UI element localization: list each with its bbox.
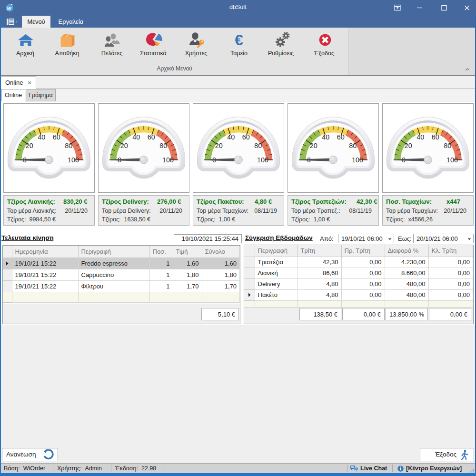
svg-text:€: € — [235, 31, 243, 49]
